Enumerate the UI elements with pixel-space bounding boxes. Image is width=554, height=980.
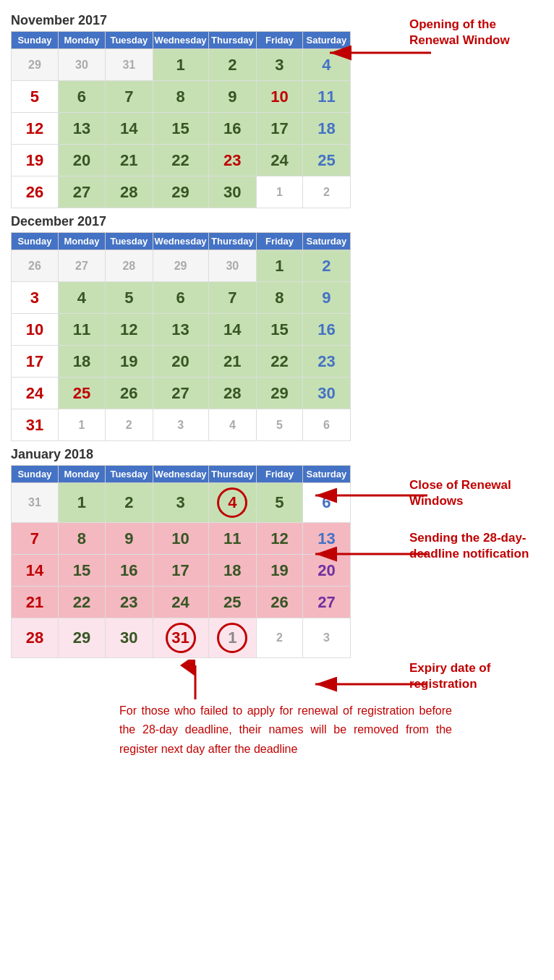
calendar-cell: 31 — [12, 483, 59, 523]
calendar-cell: 4 — [208, 409, 257, 441]
col-header-monday: Monday — [58, 32, 105, 49]
calendar-cell: 7 — [12, 523, 59, 555]
calendar-cell: 22 — [58, 587, 105, 618]
calendar-cell: 25 — [302, 145, 350, 176]
col-header-wednesday: Wednesday — [153, 233, 208, 250]
calendar-cell: 1 — [208, 618, 257, 658]
opening-arrow — [286, 24, 438, 89]
calendar-cell: 9 — [302, 282, 350, 314]
calendar-cell: 30 — [208, 250, 257, 282]
calendar-cell: 27 — [58, 176, 105, 208]
calendar-cell: 15 — [257, 314, 303, 346]
calendar-cell: 24 — [12, 378, 59, 409]
calendar-cell: 30 — [106, 618, 153, 658]
calendar-cell: 4 — [58, 282, 105, 314]
calendar-cell: 12 — [106, 314, 153, 346]
december-table: SundayMondayTuesdayWednesdayThursdayFrid… — [11, 232, 351, 441]
calendar-cell: 3 — [153, 483, 208, 523]
january-section: January 2018 SundayMondayTuesdayWednesda… — [7, 447, 547, 658]
calendar-cell: 30 — [302, 378, 350, 409]
col-header-thursday: Thursday — [208, 32, 257, 49]
calendar-cell: 8 — [58, 523, 105, 555]
calendar-cell: 8 — [257, 282, 303, 314]
col-header-monday: Monday — [58, 466, 105, 483]
close-arrow — [276, 485, 435, 528]
december-calendar: December 2017 SundayMondayTuesdayWednesd… — [11, 214, 351, 441]
calendar-cell: 28 — [208, 378, 257, 409]
calendar-cell: 26 — [257, 587, 303, 618]
table-row: 28293031123 — [12, 618, 351, 658]
table-row: 31123456 — [12, 409, 351, 441]
calendar-cell: 2 — [106, 483, 153, 523]
table-row: 24252627282930 — [12, 378, 351, 409]
col-header-tuesday: Tuesday — [106, 32, 153, 49]
calendar-cell: 20 — [153, 346, 208, 378]
calendar-cell: 2 — [302, 176, 350, 208]
calendar-cell: 11 — [208, 523, 257, 555]
calendar-cell: 3 — [153, 409, 208, 441]
calendar-cell: 9 — [208, 81, 257, 113]
table-row: 262728293012 — [12, 250, 351, 282]
calendar-cell: 6 — [58, 81, 105, 113]
calendar-cell: 22 — [257, 346, 303, 378]
calendar-cell: 30 — [208, 176, 257, 208]
table-row: 19202122232425 — [12, 145, 351, 176]
calendar-cell: 4 — [208, 483, 257, 523]
calendar-cell: 29 — [153, 176, 208, 208]
table-row: 12131415161718 — [12, 113, 351, 145]
opening-annotation: Opening of the Renewal Window — [402, 17, 543, 48]
calendar-cell: 23 — [208, 145, 257, 176]
calendar-cell: 3 — [12, 282, 59, 314]
page-container: November 2017 SundayMondayTuesdayWednesd… — [0, 0, 554, 773]
calendar-cell: 10 — [12, 314, 59, 346]
calendar-cell: 17 — [12, 346, 59, 378]
calendar-cell: 14 — [208, 314, 257, 346]
calendar-cell: 18 — [208, 555, 257, 587]
calendar-cell: 15 — [58, 555, 105, 587]
calendar-cell: 27 — [302, 587, 350, 618]
table-row: 21222324252627 — [12, 587, 351, 618]
col-header-thursday: Thursday — [208, 466, 257, 483]
calendar-cell: 2 — [257, 618, 303, 658]
calendar-cell: 25 — [58, 378, 105, 409]
calendar-cell: 31 — [153, 618, 208, 658]
calendar-cell: 31 — [106, 49, 153, 81]
col-header-saturday: Saturday — [302, 233, 350, 250]
calendar-cell: 29 — [257, 378, 303, 409]
calendar-cell: 27 — [58, 250, 105, 282]
table-row: 262728293012 — [12, 176, 351, 208]
col-header-friday: Friday — [257, 233, 303, 250]
calendar-cell: 16 — [208, 113, 257, 145]
sending-annotation: Sending the 28-day-deadline notification — [402, 530, 543, 562]
expiry-arrow — [276, 673, 435, 717]
calendar-cell: 9 — [106, 523, 153, 555]
calendar-cell: 14 — [12, 555, 59, 587]
col-header-saturday: Saturday — [302, 466, 350, 483]
calendar-cell: 5 — [106, 282, 153, 314]
calendar-cell: 3 — [302, 618, 350, 658]
col-header-tuesday: Tuesday — [106, 466, 153, 483]
calendar-cell: 13 — [153, 314, 208, 346]
calendar-cell: 12 — [12, 113, 59, 145]
col-header-tuesday: Tuesday — [106, 233, 153, 250]
col-header-sunday: Sunday — [12, 233, 59, 250]
calendar-cell: 5 — [257, 409, 303, 441]
calendar-cell: 26 — [106, 378, 153, 409]
calendar-cell: 21 — [12, 587, 59, 618]
calendar-cell: 26 — [12, 176, 59, 208]
calendar-cell: 8 — [153, 81, 208, 113]
calendar-cell: 5 — [12, 81, 59, 113]
calendar-cell: 24 — [153, 587, 208, 618]
col-header-wednesday: Wednesday — [153, 466, 208, 483]
col-header-wednesday: Wednesday — [153, 32, 208, 49]
calendar-cell: 7 — [106, 81, 153, 113]
close-annotation: Close of Renewal Windows — [402, 477, 543, 509]
calendar-cell: 23 — [106, 587, 153, 618]
calendar-cell: 27 — [153, 378, 208, 409]
col-header-thursday: Thursday — [208, 233, 257, 250]
calendar-cell: 22 — [153, 145, 208, 176]
calendar-cell: 1 — [257, 176, 303, 208]
calendar-cell: 18 — [58, 346, 105, 378]
calendar-cell: 6 — [302, 409, 350, 441]
calendar-cell: 1 — [257, 250, 303, 282]
